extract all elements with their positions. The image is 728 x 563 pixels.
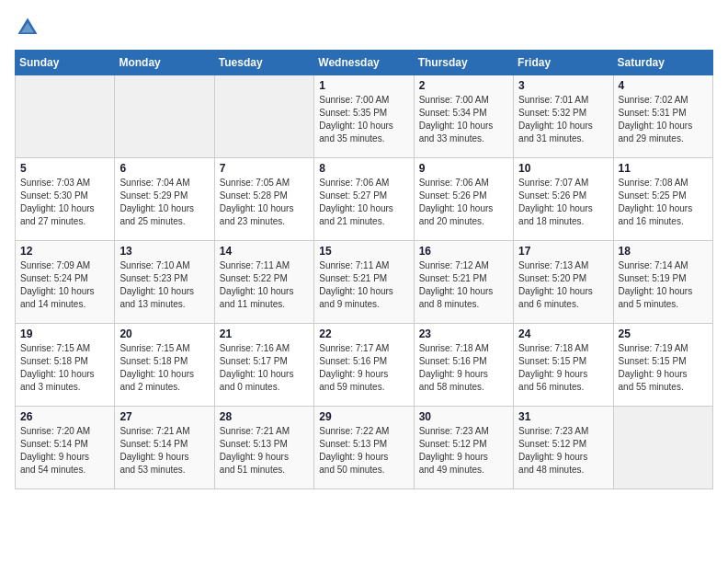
calendar-table: SundayMondayTuesdayWednesdayThursdayFrid… <box>15 50 713 489</box>
day-number: 3 <box>518 79 608 92</box>
day-number: 5 <box>20 162 109 175</box>
page-header <box>15 15 713 40</box>
day-number: 31 <box>518 410 608 423</box>
calendar-cell: 23Sunrise: 7:18 AMSunset: 5:16 PMDayligh… <box>414 324 513 407</box>
day-number: 26 <box>20 410 109 423</box>
day-number: 4 <box>619 79 708 92</box>
day-number: 21 <box>220 327 309 340</box>
day-number: 14 <box>220 245 309 258</box>
day-info: Sunrise: 7:09 AMSunset: 5:24 PMDaylight:… <box>20 259 109 311</box>
calendar-cell: 22Sunrise: 7:17 AMSunset: 5:16 PMDayligh… <box>314 324 414 407</box>
day-info: Sunrise: 7:21 AMSunset: 5:14 PMDaylight:… <box>119 425 209 477</box>
calendar-cell <box>16 75 115 158</box>
calendar-cell: 13Sunrise: 7:10 AMSunset: 5:23 PMDayligh… <box>115 241 214 324</box>
day-number: 10 <box>518 162 608 175</box>
day-info: Sunrise: 7:03 AMSunset: 5:30 PMDaylight:… <box>20 177 109 228</box>
day-info: Sunrise: 7:10 AMSunset: 5:23 PMDaylight:… <box>119 259 209 311</box>
day-number: 17 <box>518 245 608 258</box>
day-info: Sunrise: 7:23 AMSunset: 5:12 PMDaylight:… <box>518 425 608 477</box>
calendar-cell <box>115 75 214 158</box>
day-number: 30 <box>419 410 508 423</box>
day-info: Sunrise: 7:15 AMSunset: 5:18 PMDaylight:… <box>119 342 209 394</box>
day-info: Sunrise: 7:17 AMSunset: 5:16 PMDaylight:… <box>319 342 408 394</box>
calendar-cell: 18Sunrise: 7:14 AMSunset: 5:19 PMDayligh… <box>613 241 712 324</box>
weekday-header-sunday: Sunday <box>16 51 115 75</box>
day-number: 20 <box>119 327 209 340</box>
day-info: Sunrise: 7:00 AMSunset: 5:35 PMDaylight:… <box>319 94 408 145</box>
day-info: Sunrise: 7:19 AMSunset: 5:15 PMDaylight:… <box>619 342 708 394</box>
day-number: 27 <box>119 410 209 423</box>
weekday-header-monday: Monday <box>115 51 214 75</box>
day-number: 15 <box>319 245 408 258</box>
calendar-cell: 12Sunrise: 7:09 AMSunset: 5:24 PMDayligh… <box>16 241 115 324</box>
calendar-cell: 9Sunrise: 7:06 AMSunset: 5:26 PMDaylight… <box>414 158 513 241</box>
day-info: Sunrise: 7:21 AMSunset: 5:13 PMDaylight:… <box>220 425 309 477</box>
day-info: Sunrise: 7:22 AMSunset: 5:13 PMDaylight:… <box>319 425 408 477</box>
day-number: 6 <box>119 162 209 175</box>
weekday-header-wednesday: Wednesday <box>314 51 414 75</box>
day-info: Sunrise: 7:23 AMSunset: 5:12 PMDaylight:… <box>419 425 508 477</box>
day-number: 7 <box>220 162 309 175</box>
calendar-week-5: 26Sunrise: 7:20 AMSunset: 5:14 PMDayligh… <box>16 407 713 489</box>
day-info: Sunrise: 7:12 AMSunset: 5:21 PMDaylight:… <box>419 259 508 311</box>
calendar-cell: 19Sunrise: 7:15 AMSunset: 5:18 PMDayligh… <box>16 324 115 407</box>
day-number: 9 <box>419 162 508 175</box>
calendar-cell: 11Sunrise: 7:08 AMSunset: 5:25 PMDayligh… <box>613 158 712 241</box>
day-info: Sunrise: 7:18 AMSunset: 5:15 PMDaylight:… <box>518 342 608 394</box>
calendar-cell: 31Sunrise: 7:23 AMSunset: 5:12 PMDayligh… <box>514 407 613 489</box>
day-number: 24 <box>518 327 608 340</box>
weekday-row: SundayMondayTuesdayWednesdayThursdayFrid… <box>16 51 713 75</box>
day-info: Sunrise: 7:20 AMSunset: 5:14 PMDaylight:… <box>20 425 109 477</box>
day-info: Sunrise: 7:18 AMSunset: 5:16 PMDaylight:… <box>419 342 508 394</box>
day-number: 11 <box>619 162 708 175</box>
calendar-cell: 7Sunrise: 7:05 AMSunset: 5:28 PMDaylight… <box>214 158 313 241</box>
calendar-cell: 15Sunrise: 7:11 AMSunset: 5:21 PMDayligh… <box>314 241 414 324</box>
calendar-cell: 10Sunrise: 7:07 AMSunset: 5:26 PMDayligh… <box>514 158 613 241</box>
calendar-cell: 14Sunrise: 7:11 AMSunset: 5:22 PMDayligh… <box>214 241 313 324</box>
day-number: 2 <box>419 79 508 92</box>
day-info: Sunrise: 7:01 AMSunset: 5:32 PMDaylight:… <box>518 94 608 145</box>
day-info: Sunrise: 7:13 AMSunset: 5:20 PMDaylight:… <box>518 259 608 311</box>
calendar-cell: 20Sunrise: 7:15 AMSunset: 5:18 PMDayligh… <box>115 324 214 407</box>
day-info: Sunrise: 7:14 AMSunset: 5:19 PMDaylight:… <box>619 259 708 311</box>
calendar-cell: 28Sunrise: 7:21 AMSunset: 5:13 PMDayligh… <box>214 407 313 489</box>
weekday-header-thursday: Thursday <box>414 51 513 75</box>
calendar-cell: 29Sunrise: 7:22 AMSunset: 5:13 PMDayligh… <box>314 407 414 489</box>
weekday-header-friday: Friday <box>514 51 613 75</box>
calendar-cell: 6Sunrise: 7:04 AMSunset: 5:29 PMDaylight… <box>115 158 214 241</box>
day-number: 1 <box>319 79 408 92</box>
day-number: 22 <box>319 327 408 340</box>
calendar-cell: 16Sunrise: 7:12 AMSunset: 5:21 PMDayligh… <box>414 241 513 324</box>
day-info: Sunrise: 7:00 AMSunset: 5:34 PMDaylight:… <box>419 94 508 145</box>
calendar-cell: 17Sunrise: 7:13 AMSunset: 5:20 PMDayligh… <box>514 241 613 324</box>
calendar-cell: 27Sunrise: 7:21 AMSunset: 5:14 PMDayligh… <box>115 407 214 489</box>
calendar-week-1: 1Sunrise: 7:00 AMSunset: 5:35 PMDaylight… <box>16 75 713 158</box>
day-number: 19 <box>20 327 109 340</box>
calendar-week-4: 19Sunrise: 7:15 AMSunset: 5:18 PMDayligh… <box>16 324 713 407</box>
day-number: 16 <box>419 245 508 258</box>
calendar-header: SundayMondayTuesdayWednesdayThursdayFrid… <box>16 51 713 75</box>
day-info: Sunrise: 7:16 AMSunset: 5:17 PMDaylight:… <box>220 342 309 394</box>
calendar-week-3: 12Sunrise: 7:09 AMSunset: 5:24 PMDayligh… <box>16 241 713 324</box>
day-number: 25 <box>619 327 708 340</box>
day-number: 8 <box>319 162 408 175</box>
calendar-cell: 8Sunrise: 7:06 AMSunset: 5:27 PMDaylight… <box>314 158 414 241</box>
day-info: Sunrise: 7:04 AMSunset: 5:29 PMDaylight:… <box>119 177 209 228</box>
day-number: 12 <box>20 245 109 258</box>
calendar-cell: 21Sunrise: 7:16 AMSunset: 5:17 PMDayligh… <box>214 324 313 407</box>
day-info: Sunrise: 7:02 AMSunset: 5:31 PMDaylight:… <box>619 94 708 145</box>
day-info: Sunrise: 7:05 AMSunset: 5:28 PMDaylight:… <box>220 177 309 228</box>
day-info: Sunrise: 7:08 AMSunset: 5:25 PMDaylight:… <box>619 177 708 228</box>
calendar-cell: 2Sunrise: 7:00 AMSunset: 5:34 PMDaylight… <box>414 75 513 158</box>
day-info: Sunrise: 7:07 AMSunset: 5:26 PMDaylight:… <box>518 177 608 228</box>
day-number: 29 <box>319 410 408 423</box>
day-info: Sunrise: 7:11 AMSunset: 5:21 PMDaylight:… <box>319 259 408 311</box>
calendar-cell: 1Sunrise: 7:00 AMSunset: 5:35 PMDaylight… <box>314 75 414 158</box>
calendar-cell: 30Sunrise: 7:23 AMSunset: 5:12 PMDayligh… <box>414 407 513 489</box>
day-number: 18 <box>619 245 708 258</box>
calendar-cell: 24Sunrise: 7:18 AMSunset: 5:15 PMDayligh… <box>514 324 613 407</box>
calendar-cell <box>613 407 712 489</box>
day-info: Sunrise: 7:11 AMSunset: 5:22 PMDaylight:… <box>220 259 309 311</box>
calendar-cell: 5Sunrise: 7:03 AMSunset: 5:30 PMDaylight… <box>16 158 115 241</box>
logo <box>15 15 44 40</box>
